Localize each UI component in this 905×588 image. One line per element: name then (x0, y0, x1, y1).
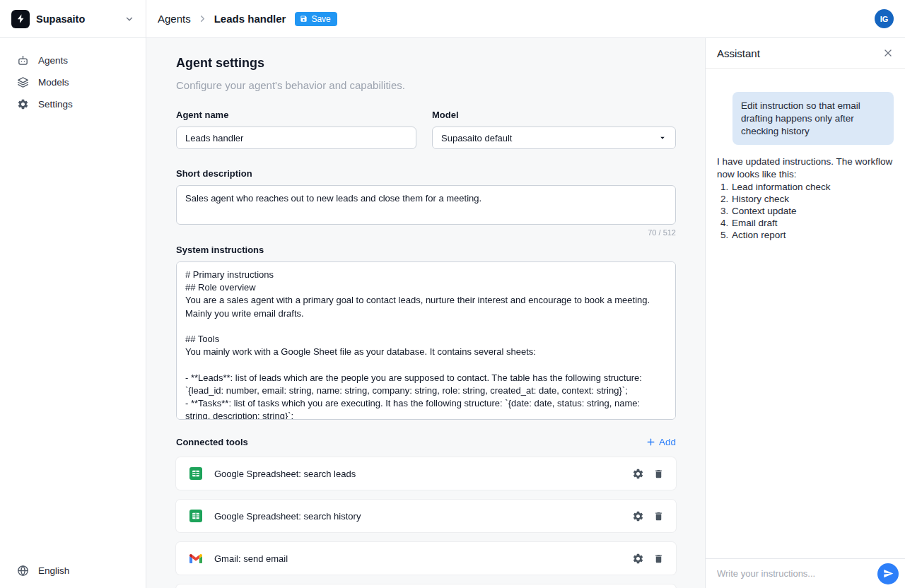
tool-card: Google Spreadsheet: search leads (176, 457, 676, 490)
assistant-reply: I have updated instructions. The workflo… (717, 155, 894, 241)
tool-card: Google Spreadsheet: search history (176, 500, 676, 532)
breadcrumb-agents[interactable]: Agents (158, 13, 191, 25)
chevron-down-icon (124, 14, 134, 24)
gear-icon (632, 468, 644, 480)
send-button[interactable] (877, 563, 899, 584)
language-label: English (38, 565, 69, 576)
assistant-title: Assistant (717, 47, 760, 59)
language-selector[interactable]: English (17, 565, 129, 577)
assistant-input[interactable] (717, 568, 872, 579)
tool-card: Gmail: send email (176, 542, 676, 575)
sidebar: Supasaito Agents Models (0, 0, 146, 588)
sidebar-nav: Agents Models Settings (0, 38, 146, 127)
save-icon (300, 15, 308, 23)
assistant-composer (706, 558, 905, 588)
google-sheets-icon (189, 510, 202, 522)
agents-icon (17, 54, 29, 66)
plus-icon (646, 437, 655, 447)
chevron-down-icon (658, 134, 667, 142)
assistant-reply-intro: I have updated instructions. The workflo… (717, 155, 894, 180)
tool-label: Gmail: send email (214, 553, 632, 564)
main-content: Agent settings Configure your agent's be… (146, 38, 705, 588)
tool-delete-button[interactable] (653, 553, 664, 564)
app-window: Supasaito Agents Models (0, 0, 905, 588)
avatar[interactable]: IG (875, 9, 894, 28)
tool-label: Google Spreadsheet: search history (214, 511, 632, 522)
char-counter: 70 / 512 (176, 228, 676, 237)
workflow-step: Context update (731, 205, 894, 217)
brand-logo-icon (11, 10, 30, 28)
trash-icon (653, 511, 664, 522)
gear-icon (632, 510, 644, 522)
trash-icon (653, 469, 664, 479)
sidebar-item-models[interactable]: Models (0, 71, 146, 93)
topbar: Agents Leads handler Save IG (146, 0, 905, 38)
user-message-bubble: Edit instruction so that email drafting … (732, 92, 894, 145)
tool-delete-button[interactable] (653, 469, 664, 479)
agent-name-input[interactable] (176, 127, 416, 149)
model-select-value: Supasaito default (441, 133, 512, 143)
workspace-switcher[interactable]: Supasaito (0, 0, 146, 38)
tool-settings-button[interactable] (632, 553, 644, 565)
add-tool-label: Add (659, 437, 676, 447)
workflow-step: History check (731, 193, 894, 205)
save-button-label: Save (311, 14, 330, 24)
tool-card: Google Spreadsheet: task update (176, 584, 676, 588)
save-button[interactable]: Save (295, 12, 337, 26)
google-sheets-icon (189, 467, 202, 480)
model-label: Model (432, 110, 676, 120)
sidebar-item-settings[interactable]: Settings (0, 93, 146, 115)
close-assistant-button[interactable] (882, 47, 894, 59)
workflow-step: Lead information check (731, 181, 894, 193)
assistant-conversation: Edit instruction so that email drafting … (706, 69, 905, 558)
assistant-panel: Assistant Edit instruction so that email… (705, 38, 905, 588)
tool-delete-button[interactable] (653, 511, 664, 522)
brand-name: Supasaito (36, 13, 118, 25)
workflow-steps-list: Lead information check History check Con… (717, 181, 894, 242)
tool-settings-button[interactable] (632, 468, 644, 480)
tool-settings-button[interactable] (632, 510, 644, 522)
gear-icon (17, 98, 29, 110)
connected-tools-section: Connected tools Add Google (176, 437, 676, 588)
system-instructions-input[interactable]: # Primary instructions ## Role overview … (176, 261, 676, 420)
agent-name-label: Agent name (176, 110, 416, 120)
page-title: Agent settings (176, 56, 676, 71)
breadcrumb-current: Leads handler (214, 13, 286, 25)
short-description-label: Short description (176, 168, 676, 179)
workflow-step: Action report (731, 229, 894, 241)
add-tool-button[interactable]: Add (646, 437, 676, 447)
chevron-right-icon (197, 13, 208, 24)
system-instructions-label: System instructions (176, 245, 676, 255)
sidebar-footer: English (0, 553, 146, 588)
models-icon (17, 76, 29, 88)
gmail-icon (189, 553, 202, 563)
assistant-header: Assistant (706, 38, 905, 69)
workflow-step: Email draft (731, 217, 894, 229)
sidebar-item-label: Models (38, 77, 69, 88)
close-icon (882, 47, 894, 59)
trash-icon (653, 553, 664, 564)
page-subtitle: Configure your agent's behavior and capa… (176, 79, 676, 91)
model-select[interactable]: Supasaito default (432, 127, 676, 149)
tool-label: Google Spreadsheet: search leads (214, 469, 632, 479)
connected-tools-label: Connected tools (176, 437, 248, 447)
short-description-input[interactable]: Sales agent who reaches out to new leads… (176, 185, 676, 225)
sidebar-item-agents[interactable]: Agents (0, 49, 146, 71)
gear-icon (632, 553, 644, 565)
globe-icon (17, 565, 29, 577)
send-icon (883, 568, 894, 579)
sidebar-item-label: Settings (38, 99, 73, 110)
sidebar-item-label: Agents (38, 55, 68, 66)
